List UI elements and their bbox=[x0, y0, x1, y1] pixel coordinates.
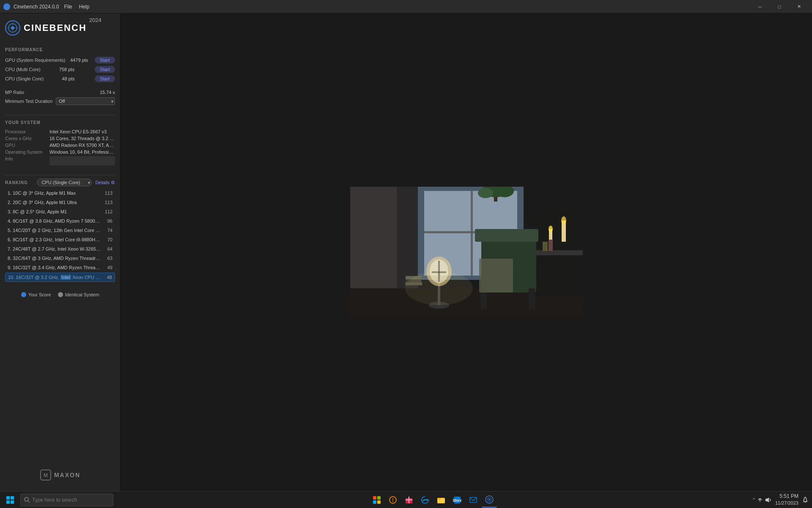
taskbar-app-security[interactable]: ! bbox=[385, 492, 401, 508]
cpu-single-start-button[interactable]: Start bbox=[95, 75, 115, 82]
taskbar-time-date[interactable]: 5:51 PM 11/27/2023 bbox=[775, 493, 798, 506]
system-info-key: Info bbox=[5, 156, 49, 166]
ranking-item-9-score: 49 bbox=[102, 265, 112, 270]
taskbar-app-winstore[interactable] bbox=[369, 492, 384, 508]
legend-identical-system-dot bbox=[58, 292, 63, 297]
svg-point-66 bbox=[488, 499, 490, 500]
taskbar-app-explorer[interactable] bbox=[433, 492, 449, 508]
system-processor-val: Intel Xeon CPU E5-2667 v3 bbox=[49, 129, 115, 134]
network-icon bbox=[757, 497, 763, 503]
min-test-duration-row: Minimum Test Duration Off 1 min 5 min ▾ bbox=[5, 96, 115, 106]
ranking-item-7-label: 7. 24C/48T @ 2.7 GHz, Intel Xeon W-3265M… bbox=[8, 246, 101, 251]
taskbar-app-gift[interactable] bbox=[401, 492, 417, 508]
svg-rect-43 bbox=[6, 496, 10, 500]
cpu-multi-perf-score: 758 pts bbox=[59, 67, 74, 72]
svg-rect-27 bbox=[529, 288, 535, 309]
start-button[interactable] bbox=[2, 491, 19, 508]
ranking-item-1[interactable]: 1. 10C @ 3* GHz, Apple M1 Max 113 bbox=[5, 189, 115, 197]
mail-icon bbox=[469, 496, 477, 504]
taskbar: ! Store bbox=[0, 491, 812, 508]
maximize-button[interactable]: □ bbox=[770, 0, 789, 14]
divider-1 bbox=[5, 115, 115, 115]
winstore-icon bbox=[373, 496, 381, 504]
taskbar-time: 5:51 PM bbox=[775, 493, 798, 500]
ranking-item-4[interactable]: 4. 8C/16T @ 3.8 GHz, AMD Ryzen 7 5800X 8… bbox=[5, 217, 115, 225]
svg-point-18 bbox=[549, 226, 553, 232]
explorer-icon bbox=[437, 496, 445, 504]
ranking-item-8[interactable]: 8. 32C/64T @ 3 GHz, AMD Ryzen Threadripp… bbox=[5, 254, 115, 262]
ranking-item-10[interactable]: 10. 16C/32T @ 3.2 GHz, Intel Xeon CPU E5… bbox=[5, 273, 115, 282]
taskbar-search[interactable] bbox=[20, 494, 113, 506]
legend-your-score-dot bbox=[21, 292, 26, 297]
menu-help[interactable]: Help bbox=[79, 4, 90, 10]
mp-ratio-value: 15.74 x bbox=[100, 90, 115, 95]
ranking-item-2[interactable]: 2. 20C @ 3* GHz, Apple M1 Ultra 113 bbox=[5, 198, 115, 207]
details-filter-icon: ⚙ bbox=[111, 180, 115, 185]
maxon-logo-area: M MAXON bbox=[5, 464, 115, 486]
taskbar-app-store[interactable]: Store bbox=[450, 492, 465, 508]
store-icon: Store bbox=[453, 496, 461, 504]
svg-text:!: ! bbox=[392, 497, 394, 503]
room-scene bbox=[350, 187, 583, 318]
maxon-logo-icon: M bbox=[40, 469, 52, 481]
min-test-label: Minimum Test Duration bbox=[5, 99, 52, 104]
close-button[interactable]: ✕ bbox=[789, 0, 809, 14]
menu-file[interactable]: File bbox=[64, 4, 72, 10]
performance-table: GPU (System Requirements) 4479 pts Start… bbox=[5, 55, 115, 83]
logo-area: CINEBENCH 2024 bbox=[5, 19, 115, 37]
taskbar-search-input[interactable] bbox=[32, 497, 110, 503]
ranking-item-7[interactable]: 7. 24C/48T @ 2.7 GHz, Intel Xeon W-3265M… bbox=[5, 245, 115, 253]
svg-rect-60 bbox=[437, 498, 441, 500]
details-button[interactable]: Details ⚙ bbox=[95, 180, 115, 185]
ranking-item-9[interactable]: 9. 16C/32T @ 3.4 GHz, AMD Ryzen Threadri… bbox=[5, 263, 115, 272]
system-os-val: Windows 10, 64 Bit, Professional Edition… bbox=[49, 149, 115, 155]
ranking-section-header: RANKING bbox=[5, 180, 28, 185]
ranking-item-3[interactable]: 3. 8C @ 2.5* GHz, Apple M1 112 bbox=[5, 207, 115, 216]
svg-line-48 bbox=[28, 501, 30, 502]
svg-rect-45 bbox=[6, 500, 10, 504]
gpu-start-button[interactable]: Start bbox=[95, 57, 115, 64]
gift-icon bbox=[405, 496, 413, 504]
ranking-item-5[interactable]: 5. 14C/20T @ 2 GHz, 12th Gen Intel Core … bbox=[5, 226, 115, 235]
taskbar-app-cinebench[interactable] bbox=[482, 492, 497, 508]
min-test-dropdown-wrapper: Off 1 min 5 min ▾ bbox=[56, 97, 115, 105]
cpu-multi-start-button[interactable]: Start bbox=[95, 66, 115, 73]
system-gpu-val: AMD Radeon RX 5700 XT, AMD Radeon ... bbox=[49, 143, 115, 148]
ranking-item-5-label: 5. 14C/20T @ 2 GHz, 12th Gen Intel Core … bbox=[8, 228, 101, 233]
ranking-item-8-label: 8. 32C/64T @ 3 GHz, AMD Ryzen Threadripp… bbox=[8, 256, 101, 261]
notifications-icon[interactable] bbox=[802, 497, 809, 503]
svg-point-47 bbox=[25, 497, 28, 501]
cinebench-taskbar-icon bbox=[485, 495, 494, 504]
system-processor-row: Processor Intel Xeon CPU E5-2667 v3 bbox=[5, 128, 115, 135]
ranking-item-7-score: 64 bbox=[102, 246, 112, 251]
min-test-dropdown[interactable]: Off 1 min 5 min bbox=[56, 97, 115, 105]
cpu-single-perf-score: 48 pts bbox=[62, 76, 75, 81]
taskbar-app-mail[interactable] bbox=[466, 492, 481, 508]
taskbar-app-icons: ! Store bbox=[368, 492, 499, 508]
system-table: Processor Intel Xeon CPU E5-2667 v3 Core… bbox=[5, 128, 115, 166]
windows-icon bbox=[6, 496, 14, 504]
svg-point-42 bbox=[405, 271, 473, 305]
mp-ratio-label: MP Ratio bbox=[5, 90, 24, 95]
maxon-logo-text: MAXON bbox=[54, 472, 80, 478]
gpu-perf-score: 4479 pts bbox=[70, 58, 88, 63]
system-os-row: Operating System Windows 10, 64 Bit, Pro… bbox=[5, 149, 115, 155]
system-gpu-row: GPU AMD Radeon RX 5700 XT, AMD Radeon ..… bbox=[5, 142, 115, 149]
svg-rect-51 bbox=[373, 500, 376, 504]
ranking-item-1-label: 1. 10C @ 3* GHz, Apple M1 Max bbox=[8, 190, 101, 196]
system-cores-val: 16 Cores, 32 Threads @ 3.2 GHz bbox=[49, 136, 115, 141]
ranking-item-6[interactable]: 6. 8C/16T @ 2.3 GHz, Intel Core i9-9880H… bbox=[5, 235, 115, 244]
titlebar-menu: File Help bbox=[64, 4, 89, 10]
ranking-dropdown[interactable]: CPU (Single Core) CPU (Multi Core) GPU bbox=[37, 179, 92, 186]
taskbar-app-edge[interactable] bbox=[417, 492, 433, 508]
svg-text:M: M bbox=[44, 472, 48, 478]
performance-section-header: PERFORMANCE bbox=[5, 47, 115, 52]
svg-point-20 bbox=[561, 216, 566, 225]
ranking-item-10-score: 48 bbox=[102, 275, 112, 280]
taskbar-arrow-icon[interactable]: ^ bbox=[753, 497, 755, 502]
volume-icon bbox=[765, 497, 772, 503]
svg-rect-44 bbox=[11, 496, 14, 500]
ranking-item-10-label: 10. 16C/32T @ 3.2 GHz, Intel Xeon CPU E5… bbox=[8, 275, 101, 280]
minimize-button[interactable]: ─ bbox=[750, 0, 770, 14]
ranking-list: 1. 10C @ 3* GHz, Apple M1 Max 113 2. 20C… bbox=[5, 189, 115, 282]
